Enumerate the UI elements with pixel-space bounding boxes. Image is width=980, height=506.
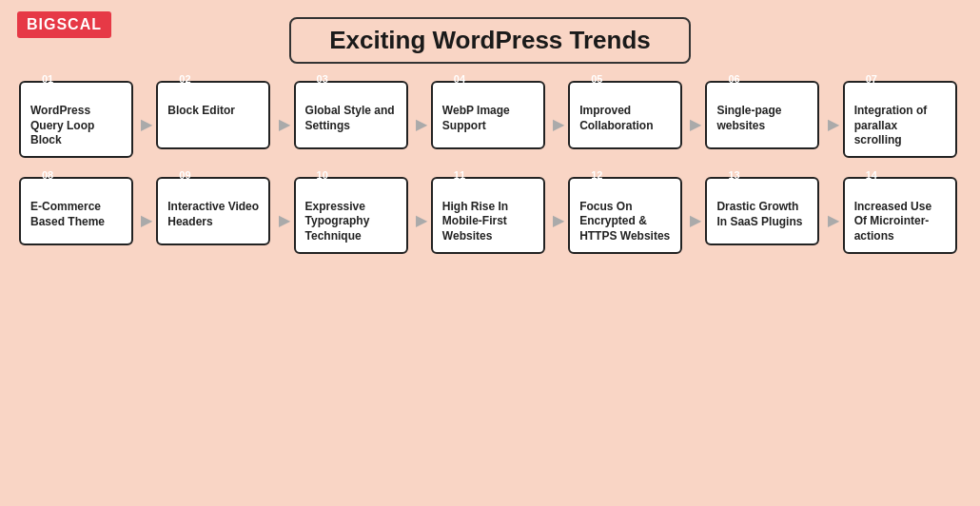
trend-item-06: 06Single-page websites xyxy=(705,81,823,157)
page-title: Exciting WordPress Trends xyxy=(329,26,651,55)
trend-card-05: Improved Collaboration xyxy=(568,81,682,149)
trend-card-11: High Rise In Mobile-First Websites xyxy=(431,177,545,254)
trend-badge-05: 05 xyxy=(581,71,612,87)
trend-card-13: Drastic Growth In SaaS Plugins xyxy=(705,177,819,245)
trend-item-08: 08E-Commerce Based Theme xyxy=(19,177,137,253)
title-box: Exciting WordPress Trends xyxy=(289,17,691,64)
trend-card-01: WordPress Query Loop Block xyxy=(19,81,133,158)
trend-card-06: Single-page websites xyxy=(705,81,819,149)
trend-card-03: Global Style and Settings xyxy=(294,81,408,149)
trend-card-12: Focus On Encrypted & HTTPS Websites xyxy=(568,177,682,254)
trend-item-05: 05Improved Collaboration xyxy=(568,81,686,157)
trend-badge-13: 13 xyxy=(718,167,749,183)
trend-card-10: Expressive Typography Technique xyxy=(294,177,408,254)
trend-badge-09: 09 xyxy=(169,167,200,183)
trend-badge-08: 08 xyxy=(32,167,63,183)
trend-item-09: 09Interactive Video Headers xyxy=(156,177,274,253)
trends-container: 01WordPress Query Loop Block02Block Edit… xyxy=(19,81,961,273)
trend-row-2: 08E-Commerce Based Theme09Interactive Vi… xyxy=(19,177,961,254)
trend-card-02: Block Editor xyxy=(156,81,270,149)
trend-badge-02: 02 xyxy=(169,71,200,87)
trend-item-10: 10Expressive Typography Technique xyxy=(294,177,412,254)
trend-badge-12: 12 xyxy=(581,167,612,183)
trend-item-01: 01WordPress Query Loop Block xyxy=(19,81,137,158)
trend-item-11: 11High Rise In Mobile-First Websites xyxy=(431,177,549,254)
trend-item-13: 13Drastic Growth In SaaS Plugins xyxy=(705,177,823,253)
trend-badge-04: 04 xyxy=(444,71,475,87)
trend-badge-07: 07 xyxy=(856,71,887,87)
trend-badge-11: 11 xyxy=(444,167,475,183)
trend-item-04: 04WebP Image Support xyxy=(431,81,549,157)
trend-card-08: E-Commerce Based Theme xyxy=(19,177,133,245)
trend-badge-14: 14 xyxy=(856,167,887,183)
trend-item-03: 03Global Style and Settings xyxy=(294,81,412,157)
trend-item-12: 12Focus On Encrypted & HTTPS Websites xyxy=(568,177,686,254)
trend-card-07: Integration of parallax scrolling xyxy=(843,81,957,158)
trend-badge-03: 03 xyxy=(307,71,338,87)
trend-badge-06: 06 xyxy=(718,71,749,87)
trend-item-02: 02Block Editor xyxy=(156,81,274,157)
trend-row-1: 01WordPress Query Loop Block02Block Edit… xyxy=(19,81,961,158)
trend-card-14: Increased Use Of Microinter-actions xyxy=(843,177,957,254)
trend-card-04: WebP Image Support xyxy=(431,81,545,149)
trend-badge-10: 10 xyxy=(307,167,338,183)
trend-badge-01: 01 xyxy=(32,71,63,87)
trend-item-14: 14Increased Use Of Microinter-actions xyxy=(843,177,961,254)
page-title-container: Exciting WordPress Trends xyxy=(0,17,980,64)
trend-card-09: Interactive Video Headers xyxy=(156,177,270,245)
trend-item-07: 07Integration of parallax scrolling xyxy=(843,81,961,158)
